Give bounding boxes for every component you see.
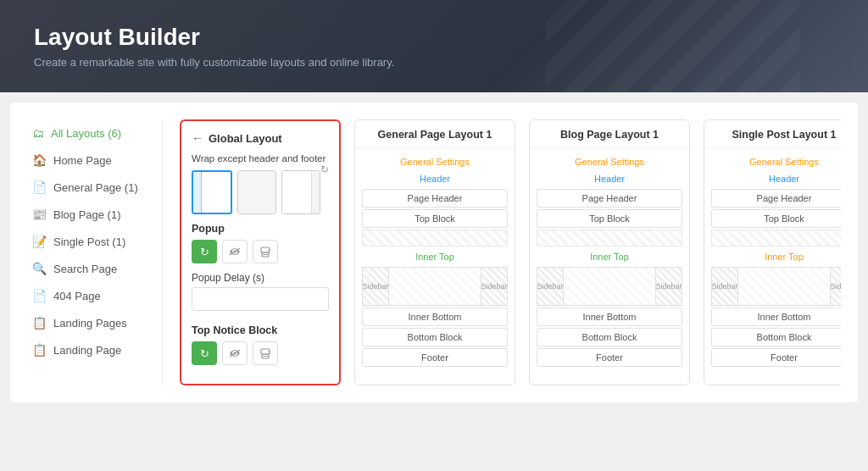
- page-title: Layout Builder: [34, 24, 834, 51]
- global-card-title: Global Layout: [209, 132, 282, 145]
- blog-layout-sections: General Settings Header Page Header Top …: [530, 148, 689, 374]
- ls-single-general-settings: General Settings: [704, 153, 841, 170]
- ls-single-inner-bottom: Inner Bottom: [711, 308, 841, 326]
- page-icon: 📄: [32, 180, 47, 194]
- svg-point-4: [268, 249, 270, 251]
- sidebar-item-label: General Page (1): [53, 181, 138, 194]
- ls-blog-header: Header: [530, 170, 689, 187]
- thumb-no-sidebar[interactable]: [237, 170, 276, 214]
- sidebar: 🗂 All Layouts (6) 🏠 Home Page 📄 General …: [27, 119, 163, 385]
- ls-blog-hatched: [537, 230, 682, 247]
- popup-eye-off-button[interactable]: [222, 240, 248, 263]
- main-content: 🗂 All Layouts (6) 🏠 Home Page 📄 General …: [10, 103, 858, 402]
- ls-top-block: Top Block: [362, 209, 508, 228]
- sidebar-item-general-page[interactable]: 📄 General Page (1): [27, 174, 148, 201]
- blog-icon: 📰: [32, 208, 47, 221]
- thumb-main: [202, 172, 231, 213]
- ls-blog-bottom-block: Bottom Block: [537, 328, 682, 346]
- global-card-header: ← Global Layout: [192, 131, 329, 145]
- sidebar-item-label: Home Page: [53, 154, 112, 167]
- top-notice-refresh-button[interactable]: ↻: [192, 341, 217, 365]
- layers-icon: 🗂: [32, 126, 44, 140]
- sidebar-item-search-page[interactable]: 🔍 Search Page: [27, 255, 148, 282]
- ls-blog-center: [564, 267, 655, 306]
- ls-single-center: [738, 267, 830, 306]
- sidebar-item-single-post[interactable]: 📝 Single Post (1): [27, 228, 148, 255]
- global-layout-card: ← Global Layout Wrap except header and f…: [180, 119, 341, 385]
- home-icon: 🏠: [32, 153, 47, 167]
- page-subtitle: Create a remarkable site with fully cust…: [34, 56, 834, 69]
- ls-single-footer: Footer: [711, 348, 841, 367]
- layouts-area: ← Global Layout Wrap except header and f…: [163, 119, 841, 385]
- svg-point-9: [268, 351, 270, 352]
- popup-print-button[interactable]: [253, 240, 278, 263]
- ls-footer: Footer: [362, 348, 508, 367]
- single-post-layout-card: Single Post Layout 1 General Settings He…: [704, 119, 841, 385]
- ls-single-sidebar-row: Sidebar Sidebar: [711, 267, 841, 306]
- ls-left-sidebar: Sidebar: [362, 267, 389, 306]
- sidebar-item-404-page[interactable]: 📄 404 Page: [27, 282, 148, 309]
- wrap-label: Wrap except header and footer ↻: [192, 153, 329, 163]
- ls-single-right-sidebar: Sidebar: [830, 267, 841, 306]
- sidebar-item-landing-page[interactable]: 📋 Landing Page: [27, 336, 148, 363]
- ls-blog-page-header: Page Header: [537, 189, 682, 208]
- general-page-layout-card: General Page Layout 1 General Settings H…: [354, 119, 515, 385]
- thumbs-row: [192, 170, 320, 214]
- search-icon: 🔍: [32, 262, 47, 275]
- ls-blog-left-sidebar: Sidebar: [537, 267, 564, 306]
- thumb-right-sidebar[interactable]: [281, 170, 320, 214]
- ls-single-header: Header: [704, 170, 841, 187]
- sidebar-item-landing-pages[interactable]: 📋 Landing Pages: [27, 309, 148, 336]
- ls-blog-general-settings: General Settings: [530, 153, 689, 170]
- ls-single-left-sidebar: Sidebar: [711, 267, 738, 306]
- thumb-with-sidebar[interactable]: [192, 170, 232, 214]
- general-layout-sections: General Settings Header Page Header Top …: [355, 148, 515, 374]
- popup-action-buttons: ↻: [192, 240, 329, 263]
- ls-single-bottom-block: Bottom Block: [711, 328, 841, 346]
- ls-single-page-header: Page Header: [711, 189, 841, 208]
- thumb-main-2: [282, 171, 311, 213]
- ls-inner-top: Inner Top: [355, 248, 515, 265]
- single-post-layout-title: Single Post Layout 1: [704, 120, 841, 148]
- popup-delay-input[interactable]: [192, 287, 329, 311]
- sidebar-item-label: Landing Page: [53, 344, 121, 357]
- general-layout-title: General Page Layout 1: [355, 120, 515, 148]
- sidebar-item-home-page[interactable]: 🏠 Home Page: [27, 147, 148, 174]
- ls-blog-inner-bottom: Inner Bottom: [537, 308, 682, 326]
- sidebar-item-label: Landing Pages: [53, 317, 127, 330]
- svg-rect-8: [263, 356, 268, 357]
- blog-layout-title: Blog Page Layout 1: [530, 120, 689, 148]
- ls-blog-sidebar-row: Sidebar Sidebar: [537, 267, 682, 306]
- sidebar-item-label: All Layouts (6): [51, 127, 121, 140]
- ls-header: Header: [355, 170, 515, 187]
- top-notice-action-buttons: ↻: [192, 341, 329, 365]
- back-arrow-icon[interactable]: ←: [192, 131, 203, 145]
- ls-sidebar-row: Sidebar Sidebar: [362, 267, 508, 306]
- landing-pages-icon: 📋: [32, 316, 47, 330]
- ls-blog-footer: Footer: [537, 348, 682, 367]
- top-notice-eye-off-button[interactable]: [222, 341, 248, 365]
- thumb-plain: [238, 171, 275, 213]
- sidebar-item-label: Search Page: [53, 263, 117, 275]
- error-icon: 📄: [32, 289, 47, 302]
- header-banner: Layout Builder Create a remarkable site …: [0, 0, 868, 92]
- top-notice-label: Top Notice Block: [192, 324, 329, 336]
- popup-refresh-button[interactable]: ↻: [192, 240, 217, 263]
- thumb-sidebar-right: [311, 171, 320, 213]
- ls-single-inner-top: Inner Top: [704, 248, 841, 265]
- top-notice-print-button[interactable]: [253, 341, 278, 365]
- sidebar-item-label: Blog Page (1): [53, 208, 121, 221]
- landing-page-icon: 📋: [32, 343, 47, 357]
- sidebar-item-blog-page[interactable]: 📰 Blog Page (1): [27, 201, 148, 228]
- ls-blog-inner-top: Inner Top: [530, 248, 689, 265]
- sidebar-item-label: Single Post (1): [53, 236, 125, 248]
- refresh-wrap-icon[interactable]: ↻: [320, 163, 329, 175]
- ls-blog-top-block: Top Block: [537, 209, 682, 228]
- popup-section-label: Popup: [192, 223, 329, 235]
- sidebar-item-label: 404 Page: [53, 290, 101, 302]
- sidebar-item-all-layouts[interactable]: 🗂 All Layouts (6): [27, 119, 148, 147]
- ls-bottom-block: Bottom Block: [362, 328, 508, 346]
- ls-right-sidebar: Sidebar: [481, 267, 508, 306]
- ls-single-hatched: [711, 230, 841, 247]
- ls-blog-right-sidebar: Sidebar: [655, 267, 682, 306]
